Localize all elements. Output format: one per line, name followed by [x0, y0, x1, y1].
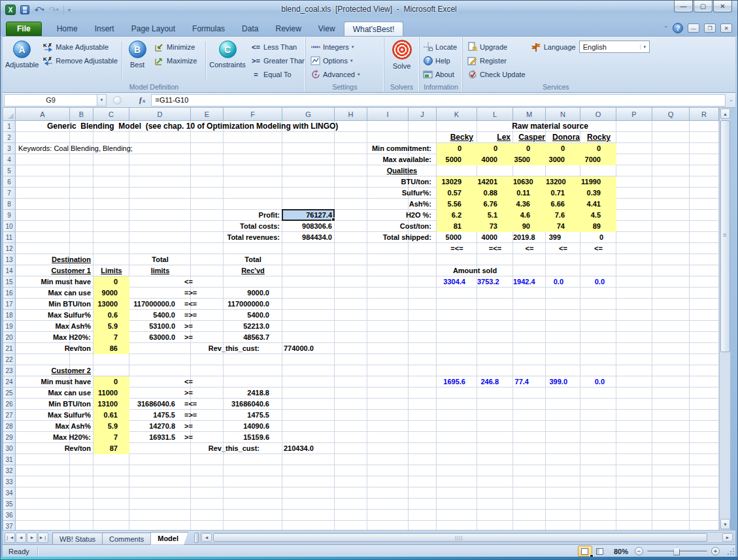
constraints-button[interactable]: C Constraints — [207, 39, 248, 82]
zoom-in-button[interactable]: + — [711, 547, 720, 555]
minimize-window-button[interactable]: — — [674, 1, 693, 12]
cell-A1:J1[interactable]: Generic Blending Model (see chap. 10 of … — [16, 121, 437, 132]
row-header-10[interactable]: 10 — [3, 221, 16, 232]
zoom-out-button[interactable]: − — [635, 547, 643, 555]
row-header-4[interactable]: 4 — [3, 154, 16, 165]
row-header-21[interactable]: 21 — [3, 343, 16, 354]
col-header-J[interactable]: J — [409, 108, 437, 120]
row-header-32[interactable]: 32 — [3, 465, 16, 476]
cell-E17[interactable]: =<= — [184, 299, 217, 310]
row-header-7[interactable]: 7 — [3, 188, 16, 199]
solve-button[interactable]: Solve — [387, 39, 417, 82]
col-header-N[interactable]: N — [546, 108, 580, 120]
cell-F27[interactable]: 1475.5 — [224, 410, 282, 421]
cell-O10[interactable]: 89 — [580, 221, 616, 232]
row-header-33[interactable]: 33 — [3, 476, 16, 487]
cell-D20[interactable]: 63000.0 — [129, 332, 191, 343]
sheet-tab-comments[interactable]: Comments — [102, 533, 154, 545]
cell-E16[interactable]: =>= — [184, 288, 217, 299]
workbook-minimize-button[interactable]: — — [688, 24, 699, 33]
cell-E29[interactable]: >= — [184, 432, 217, 443]
col-header-Q[interactable]: Q — [652, 108, 690, 120]
col-header-R[interactable]: R — [690, 108, 719, 120]
cell-H6:J6[interactable]: BTU/ton: — [335, 176, 437, 188]
cell-L6[interactable]: 14201 — [477, 176, 513, 188]
row-header-22[interactable]: 22 — [3, 354, 16, 365]
col-header-K[interactable]: K — [437, 108, 477, 120]
cell-N8[interactable]: 6.66 — [546, 199, 580, 210]
cell-K2[interactable]: Becky — [437, 132, 477, 143]
make-adjustable-button[interactable]: K✗ Make Adjustable — [40, 40, 120, 54]
cell-A28:B28[interactable]: Max Ash% — [16, 421, 93, 432]
cell-N9[interactable]: 7.6 — [546, 210, 580, 221]
cell-C21[interactable]: 86 — [93, 343, 129, 354]
cell-F20[interactable]: 48563.7 — [224, 332, 282, 343]
row-header-35[interactable]: 35 — [3, 499, 16, 510]
col-header-L[interactable]: L — [477, 108, 513, 120]
collapse-ribbon-icon[interactable]: ⌃ — [663, 25, 668, 31]
cell-G10[interactable]: 908306.6 — [282, 221, 335, 232]
row-header-15[interactable]: 15 — [3, 276, 16, 288]
close-window-button[interactable]: ✕ — [713, 1, 732, 12]
row-header-36[interactable]: 36 — [3, 510, 16, 521]
cell-E20[interactable]: >= — [184, 332, 217, 343]
cell-M6[interactable]: 10630 — [513, 176, 546, 188]
cell-F16[interactable]: 9000.0 — [224, 288, 282, 299]
cell-M12[interactable]: <= — [513, 243, 546, 254]
row-header-14[interactable]: 14 — [3, 265, 16, 276]
row-header-8[interactable]: 8 — [3, 199, 16, 210]
col-header-M[interactable]: M — [513, 108, 546, 120]
cell-C11:F11[interactable]: Total revenues: — [93, 232, 282, 243]
horizontal-scroll-thumb[interactable] — [213, 533, 707, 542]
sheet-tab-model[interactable]: Model — [150, 532, 188, 545]
cell-C29[interactable]: 7 — [93, 432, 129, 443]
next-sheet-button[interactable]: ► — [27, 533, 37, 543]
scroll-right-button[interactable]: ► — [722, 533, 733, 542]
cell-N7[interactable]: 0.71 — [546, 188, 580, 199]
cell-D14[interactable]: limits — [129, 265, 191, 276]
cell-D29[interactable]: 16931.5 — [129, 432, 191, 443]
col-header-D[interactable]: D — [129, 108, 191, 120]
cell-G21[interactable]: 774000.0 — [282, 343, 335, 354]
cell-D26[interactable]: 31686040.6 — [129, 399, 191, 410]
row-header-1[interactable]: 1 — [3, 121, 16, 132]
cell-E25[interactable]: >= — [184, 387, 217, 399]
cell-I5:J5[interactable]: Qualities — [367, 165, 437, 176]
cell-D18[interactable]: 5400.0 — [129, 310, 191, 321]
cell-A26:B26[interactable]: Min BTU/ton — [16, 399, 93, 410]
row-header-34[interactable]: 34 — [3, 487, 16, 499]
cell-N4[interactable]: 3000 — [546, 154, 580, 165]
cell-E28[interactable]: >= — [184, 421, 217, 432]
cell-E26[interactable]: =<= — [184, 399, 217, 410]
name-box[interactable]: G9 — [4, 94, 97, 107]
cell-L7[interactable]: 0.88 — [477, 188, 513, 199]
cell-O12[interactable]: <= — [580, 243, 616, 254]
cell-F19[interactable]: 52213.0 — [224, 321, 282, 332]
cell-O4[interactable]: 7000 — [580, 154, 616, 165]
scroll-down-button[interactable]: ▼ — [720, 519, 730, 529]
row-header-12[interactable]: 12 — [3, 243, 16, 254]
cell-E24[interactable]: <= — [184, 376, 217, 387]
cell-E30:F30[interactable]: Rev_this_cust: — [191, 443, 282, 454]
grid[interactable]: 1234567891011121314151617181920212223242… — [3, 121, 719, 530]
cell-F14[interactable]: Rec'vd — [224, 265, 282, 276]
cell-O15[interactable]: 0.0 — [580, 276, 616, 288]
cell-L3[interactable]: 0 — [477, 143, 513, 154]
cell-C19[interactable]: 5.9 — [93, 321, 129, 332]
cell-C27[interactable]: 0.61 — [93, 410, 129, 421]
cell-L2[interactable]: Lex — [477, 132, 513, 143]
cell-E21:F21[interactable]: Rev_this_cust: — [191, 343, 282, 354]
language-select[interactable]: English ▾ — [579, 41, 650, 53]
cell-D28[interactable]: 14270.8 — [129, 421, 191, 432]
cell-N11[interactable]: 399 — [546, 232, 580, 243]
cell-D19[interactable]: 53100.0 — [129, 321, 191, 332]
cell-F26[interactable]: 31686040.6 — [224, 399, 282, 410]
cell-A3:F3[interactable]: Keywords: Coal Blending, Blending; — [16, 143, 282, 154]
cell-C14[interactable]: Limits — [93, 265, 129, 276]
cell-F18[interactable]: 5400.0 — [224, 310, 282, 321]
tab-view[interactable]: View — [310, 22, 344, 36]
cell-M2[interactable]: Casper — [513, 132, 546, 143]
col-header-H[interactable]: H — [335, 108, 367, 120]
cell-O11[interactable]: 0 — [580, 232, 616, 243]
cell-H11:J11[interactable]: Total shipped: — [335, 232, 437, 243]
